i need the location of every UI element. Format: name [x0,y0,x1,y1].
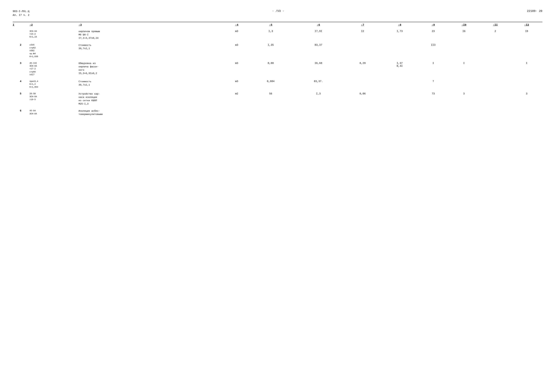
header-left-line1: 903-I-ЛVL.Ц [13,9,29,13]
row-number: 4 [13,79,29,90]
row-unit [225,108,249,117]
row-col10 [448,79,480,90]
row-col11 [480,91,511,107]
row-unit: м3 [225,43,249,59]
row-col10: I6 [448,28,480,41]
row-col12: I [511,61,542,77]
table-row: 2сб45 стр62 п302 пр.№4 K=1,036Стоимость … [13,43,542,59]
col-header-6: :6 [293,22,344,28]
row-number: 5 [13,91,29,107]
row-description: кирпичом прямым М6 ША-I I7,I+3,37x0,24 [78,28,225,41]
row-col9: I [418,61,448,77]
row-col7 [344,79,381,90]
table-row: 526-50 ЗСН-84 т10-5Устройство кар- каса … [13,91,542,107]
row-col7: 8,29 [344,61,381,77]
row-col11 [480,79,511,90]
row-col10: I [448,61,480,77]
col-header-11: :II [480,22,511,28]
row-ref: ЗСН-84 т15-2 K=1,24 [29,28,78,41]
row-col6: 83,37 [293,43,344,59]
spacer-row [13,107,542,108]
row-col8 [381,91,418,107]
row-col10 [448,108,480,117]
table-row: ЗСН-84 т15-2 K=1,24кирпичом прямым М6 ША… [13,28,542,41]
row-ref: 45-I4I ЗСН-84 т17-2 стр66 п4I7 [29,61,78,77]
row-ref: 26-50 ЗСН-84 т10-5 [29,91,78,107]
row-col12 [511,43,542,59]
row-col11 [480,61,511,77]
row-description: Стоимость 39,7x2,1 [78,79,225,90]
spacer-row [13,90,542,91]
row-col9: 7 [418,79,448,90]
row-col6 [293,108,344,117]
row-col11 [480,108,511,117]
row-col7: 0,06 [344,91,381,107]
row-number: 3 [13,61,29,77]
table-row: 345-I4I ЗСН-84 т17-2 стр66 п4I7Обмуровка… [13,61,542,77]
row-col8: I,73 [381,28,418,41]
row-number [13,28,29,41]
spacer-row [13,59,542,61]
table-row: 4прил3,4 K=1,2 K=1,054Стоимость 39,7x2,1… [13,79,542,90]
main-table: I :2 :3 :4 :5 :6 :7 :8 :9 :I0 :II :I2 ЗС… [13,22,542,119]
page-header: 903-I-ЛVL.Ц Ал. I7 ч. 2 - /V3 - 22189- 2… [13,9,542,17]
row-col5: I,3 [249,28,293,41]
row-col12 [511,79,542,90]
spacer-row [13,117,542,119]
row-number: 2 [13,43,29,59]
col-header-9: :9 [418,22,448,28]
col-header-12: :I2 [511,22,542,28]
row-col5 [249,108,293,117]
row-col8 [381,108,418,117]
header-center: - /V3 - [272,9,284,13]
row-col7: I2 [344,28,381,41]
row-col9: 73 [418,91,448,107]
row-unit: м2 [225,91,249,107]
row-ref: прил3,4 K=1,2 K=1,054 [29,79,78,90]
row-col9: II3 [418,43,448,59]
row-col10 [448,43,480,59]
row-col12: I8 [511,28,542,41]
header-left: 903-I-ЛVL.Ц Ал. I7 ч. 2 [13,9,29,17]
row-unit: м3 [225,61,249,77]
table-header-row: I :2 :3 :4 :5 :6 :7 :8 :9 :I0 :II :I2 [13,22,542,28]
row-ref: 45-84 ЗСН-84 [29,108,78,117]
col-header-2: :2 [29,22,78,28]
row-description: Устройство кар- каса изоляции из сетки К… [78,91,225,107]
row-col9: 23 [418,28,448,41]
row-col11 [480,43,511,59]
col-header-1: I [13,22,29,28]
row-number: 6 [13,108,29,117]
col-header-7: :7 [344,22,381,28]
spacer-row [13,41,542,43]
row-col12: 3 [511,91,542,107]
col-header-4: :4 [225,22,249,28]
col-header-3: :3 [78,22,225,28]
row-ref: сб45 стр62 п302 пр.№4 K=1,036 [29,43,78,59]
row-col6: 83,37. [293,79,344,90]
row-col11: 2 [480,28,511,41]
table-row: 645-84 ЗСН-84Изоляция асбес- товермикули… [13,108,542,117]
row-col12 [511,108,542,117]
col-header-8: :8 [381,22,418,28]
row-unit: м3 [225,79,249,90]
row-unit: м3 [225,28,249,41]
col-header-10: :I0 [448,22,480,28]
row-description: Обмуровка из кирпича фасон- ного I5,3+6,… [78,61,225,77]
row-col10: 3 [448,91,480,107]
row-col6: I7,9I [293,28,344,41]
row-col7 [344,43,381,59]
col-header-5: :5 [249,22,293,28]
row-col8: I,37 0,4I [381,61,418,77]
row-col5: 0,08 [249,61,293,77]
row-col6: I6,68 [293,61,344,77]
row-col8 [381,79,418,90]
row-description: Стоимость 39,7x2,1 [78,43,225,59]
row-col6: I,3 [293,91,344,107]
row-col5: 0,084 [249,79,293,90]
header-right: 22189- 20 [527,9,542,13]
row-description: Изоляция асбес- товермикулитовыми [78,108,225,117]
row-col5: I,35 [249,43,293,59]
row-col9 [418,108,448,117]
spacer-row [13,77,542,79]
